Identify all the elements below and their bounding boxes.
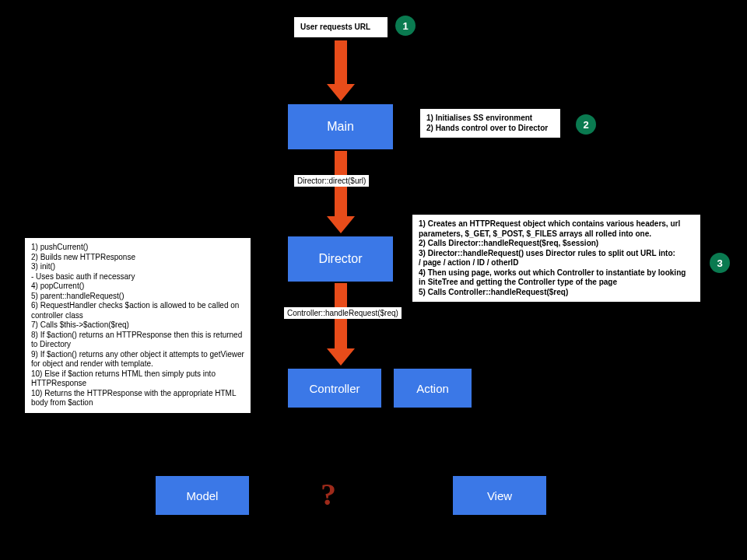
question-mark: ? bbox=[321, 476, 336, 513]
note-controller: 1) pushCurrent() 2) Builds new HTTPRespo… bbox=[25, 238, 251, 413]
badge-3: 3 bbox=[710, 253, 730, 273]
block-action: Action bbox=[394, 369, 472, 408]
start-node: User requests URL bbox=[294, 17, 388, 37]
block-director: Director bbox=[288, 236, 393, 282]
diagram-canvas: User requests URL 1 Main 1) Initialises … bbox=[0, 0, 747, 560]
arrow-main-director bbox=[327, 151, 355, 233]
block-view: View bbox=[453, 476, 546, 515]
label-direct: Director::direct($url) bbox=[294, 175, 369, 187]
note-main: 1) Initialises SS environment 2) Hands c… bbox=[420, 109, 560, 138]
label-handle: Controller::handleRequest($req) bbox=[284, 307, 402, 319]
arrow-start-main bbox=[327, 40, 355, 101]
block-controller: Controller bbox=[288, 369, 381, 408]
note-director: 1) Creates an HTTPRequest object which c… bbox=[412, 215, 700, 302]
block-main: Main bbox=[288, 104, 393, 149]
block-model: Model bbox=[156, 476, 249, 515]
badge-1: 1 bbox=[395, 16, 416, 36]
arrow-director-controller bbox=[327, 283, 355, 366]
badge-2: 2 bbox=[576, 114, 596, 135]
